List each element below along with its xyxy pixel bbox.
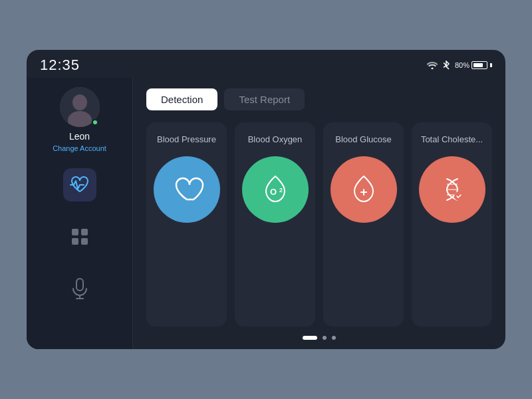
- cards-container: Blood Pressure Blood Oxygen O 2: [146, 122, 492, 327]
- svg-text:O: O: [270, 187, 277, 197]
- clock: 12:35: [40, 57, 80, 74]
- heartbeat-icon: [68, 173, 92, 197]
- svg-rect-6: [81, 238, 88, 245]
- card-title-total-cholesterol: Total Choleste...: [421, 134, 483, 144]
- content-area: Detection Test Report Blood Pressure: [133, 78, 505, 349]
- card-icon-total-cholesterol: [419, 156, 485, 223]
- wifi-icon: [427, 61, 438, 69]
- status-bar: 12:35 80%: [27, 50, 505, 78]
- tab-test-report[interactable]: Test Report: [224, 88, 305, 110]
- nav-item-health[interactable]: [63, 168, 96, 201]
- grid-icon: [70, 227, 90, 247]
- sidebar-nav: [27, 168, 132, 305]
- tab-bar: Detection Test Report: [146, 88, 492, 110]
- sidebar: Leon Change Account: [27, 78, 133, 349]
- svg-text:2: 2: [279, 187, 283, 194]
- pagination-dot-3[interactable]: [332, 336, 336, 340]
- svg-rect-7: [76, 279, 83, 291]
- nav-item-apps[interactable]: [63, 220, 96, 253]
- user-name: Leon: [69, 131, 90, 142]
- card-title-blood-glucose: Blood Glucose: [335, 134, 392, 144]
- card-title-blood-oxygen: Blood Oxygen: [248, 134, 303, 144]
- nav-item-mic[interactable]: [63, 272, 96, 305]
- microphone-icon: [70, 278, 89, 299]
- battery-percentage: 80%: [455, 61, 469, 69]
- status-icons: 80%: [427, 61, 492, 70]
- tab-detection[interactable]: Detection: [146, 88, 217, 110]
- device-frame: 12:35 80%: [27, 50, 505, 349]
- bluetooth-icon: [443, 61, 450, 70]
- card-total-cholesterol[interactable]: Total Choleste...: [412, 122, 492, 327]
- card-icon-blood-glucose: [331, 156, 397, 223]
- card-blood-pressure[interactable]: Blood Pressure: [146, 122, 227, 327]
- online-indicator: [92, 119, 98, 126]
- card-blood-glucose[interactable]: Blood Glucose: [323, 122, 404, 327]
- pagination: [146, 327, 492, 340]
- change-account-link[interactable]: Change Account: [53, 144, 106, 152]
- card-blood-oxygen[interactable]: Blood Oxygen O 2: [235, 122, 315, 327]
- avatar-container: [60, 87, 100, 127]
- main-content: Leon Change Account: [27, 78, 505, 349]
- pagination-dot-2[interactable]: [323, 336, 327, 340]
- card-icon-blood-pressure: [154, 156, 220, 223]
- battery-indicator: 80%: [455, 61, 492, 69]
- svg-rect-5: [72, 238, 78, 245]
- card-title-blood-pressure: Blood Pressure: [157, 134, 216, 144]
- svg-point-1: [72, 94, 87, 110]
- svg-rect-4: [81, 229, 88, 235]
- pagination-dot-1[interactable]: [303, 336, 317, 340]
- svg-rect-3: [72, 229, 78, 235]
- card-icon-blood-oxygen: O 2: [242, 156, 309, 223]
